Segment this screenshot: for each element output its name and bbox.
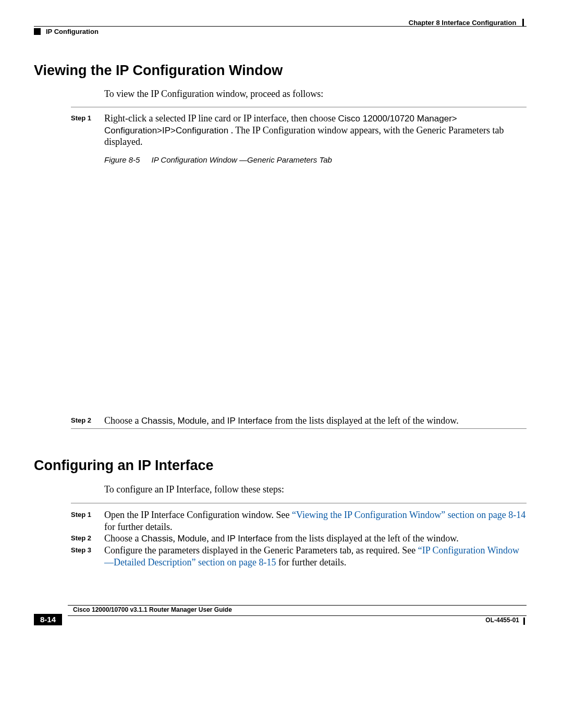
term-chassis: Chassis	[141, 416, 173, 426]
header-chapter-prefix: Chapter 8	[409, 19, 442, 27]
step-label: Step 2	[71, 415, 104, 427]
step-text: for further details.	[104, 522, 172, 532]
header-chapter: Chapter 8 Interface Configuration	[409, 19, 524, 27]
footer-tick-icon	[523, 618, 525, 625]
step-body: Choose a Chassis, Module, and IP Interfa…	[104, 533, 527, 545]
step-label: Step 1	[71, 113, 104, 148]
step-text: Choose a	[104, 415, 141, 426]
step-label: Step 3	[71, 545, 104, 568]
view-step-1: Step 1 Right-click a selected IP line ca…	[71, 113, 527, 148]
header-chapter-title: Interface Configuration	[442, 19, 516, 27]
term-module: Module	[177, 416, 206, 426]
step-text: Right-click a selected IP line card or I…	[104, 113, 338, 124]
step-text: for further details.	[276, 557, 346, 567]
heading-configuring: Configuring an IP Interface	[34, 458, 214, 474]
config-step-3: Step 3 Configure the parameters displaye…	[71, 545, 527, 568]
xref-viewing-window[interactable]: “Viewing the IP Configuration Window” se…	[292, 510, 525, 520]
step-separator	[71, 503, 527, 503]
term-ip-interface: IP Interface	[227, 416, 273, 426]
step-separator	[71, 107, 527, 107]
header-divider-icon	[522, 19, 524, 26]
term-module: Module	[177, 534, 206, 544]
step-text: , and	[206, 415, 227, 426]
header-section-current: IP Configuration	[46, 28, 99, 35]
figure-title: IP Configuration Window —Generic Paramet…	[152, 155, 332, 164]
step-text: , and	[206, 533, 227, 544]
header-section-row: IP Configuration	[34, 28, 99, 35]
config-step-1: Step 1 Open the IP Interface Configurati…	[71, 509, 527, 533]
step-body: Configure the parameters displayed in th…	[104, 545, 527, 568]
step-text: Open the IP Interface Configuration wind…	[104, 510, 292, 520]
term-chassis: Chassis	[141, 534, 173, 544]
footer-rule-top	[68, 605, 527, 606]
intro-viewing: To view the IP Configuration window, pro…	[104, 89, 323, 100]
section-marker-icon	[34, 28, 41, 35]
step-text: Configure the parameters displayed in th…	[104, 545, 418, 556]
view-step-2: Step 2 Choose a Chassis, Module, and IP …	[71, 415, 527, 427]
term-ip-interface: IP Interface	[227, 534, 273, 544]
heading-viewing: Viewing the IP Configuration Window	[34, 63, 283, 79]
step-text: from the lists displayed at the left of …	[272, 533, 458, 544]
step-body: Open the IP Interface Configuration wind…	[104, 509, 527, 533]
footer-rule-bottom	[68, 615, 527, 616]
figure-caption: Figure 8-5 IP Configuration Window —Gene…	[104, 155, 332, 164]
step-body: Right-click a selected IP line card or I…	[104, 113, 527, 148]
footer-guide-title: Cisco 12000/10700 v3.1.1 Router Manager …	[73, 606, 232, 613]
step-separator	[71, 428, 527, 429]
step-label: Step 1	[71, 509, 104, 533]
step-label: Step 2	[71, 533, 104, 545]
step-text: from the lists displayed at the left of …	[272, 415, 458, 426]
config-step-2: Step 2 Choose a Chassis, Module, and IP …	[71, 533, 527, 545]
step-text: Choose a	[104, 533, 141, 544]
intro-configuring: To configure an IP Interface, follow the…	[104, 484, 284, 495]
footer-doc-number: OL-4455-01	[485, 616, 519, 624]
figure-label: Figure 8-5	[104, 155, 140, 164]
footer-page-number: 8-14	[34, 614, 62, 625]
step-body: Choose a Chassis, Module, and IP Interfa…	[104, 415, 527, 427]
